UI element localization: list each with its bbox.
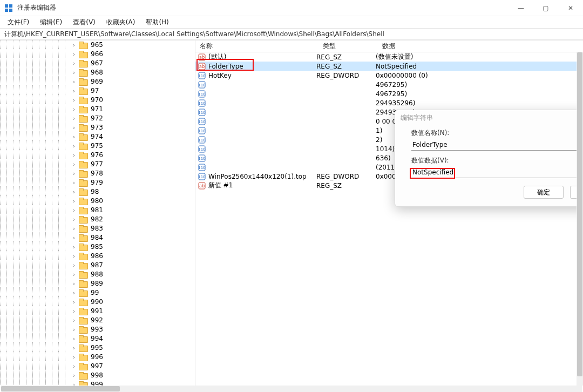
- maximize-button[interactable]: ▢: [533, 0, 558, 16]
- minimize-button[interactable]: —: [509, 0, 533, 16]
- chevron-icon[interactable]: ›: [71, 298, 77, 307]
- list-header[interactable]: 名称 类型 数据: [195, 40, 583, 52]
- chevron-icon[interactable]: ›: [71, 96, 77, 105]
- value-row[interactable]: 1104967295): [195, 89, 583, 98]
- chevron-icon[interactable]: ›: [71, 50, 77, 59]
- tree-item-label: 992: [90, 316, 104, 325]
- chevron-icon[interactable]: ›: [71, 215, 77, 224]
- col-type[interactable]: 类型: [321, 42, 380, 51]
- menu-item-0[interactable]: 文件(F): [3, 17, 33, 28]
- chevron-icon[interactable]: ›: [71, 325, 77, 334]
- chevron-icon[interactable]: ›: [71, 123, 77, 132]
- svg-text:110: 110: [198, 111, 205, 115]
- ok-button[interactable]: 确定: [524, 186, 564, 199]
- chevron-icon[interactable]: ›: [71, 362, 77, 371]
- chevron-icon[interactable]: ›: [71, 68, 77, 77]
- chevron-icon[interactable]: ›: [71, 279, 77, 288]
- folder-icon: [79, 225, 87, 232]
- menu-item-2[interactable]: 查看(V): [69, 17, 100, 28]
- svg-text:110: 110: [198, 83, 205, 87]
- chevron-icon[interactable]: ›: [71, 252, 77, 261]
- col-data[interactable]: 数据: [380, 42, 583, 51]
- chevron-icon[interactable]: ›: [71, 187, 77, 197]
- svg-text:110: 110: [198, 175, 205, 179]
- chevron-icon[interactable]: ›: [71, 206, 77, 215]
- chevron-icon[interactable]: ›: [71, 334, 77, 343]
- svg-text:110: 110: [198, 102, 205, 106]
- value-row[interactable]: abFolderTypeREG_SZNotSpecified: [195, 62, 583, 71]
- list-pane[interactable]: 名称 类型 数据 ab(默认)REG_SZ(数值未设置)abFolderType…: [195, 40, 583, 386]
- value-data: 0x00000000 (0): [376, 72, 583, 79]
- menu-item-4[interactable]: 帮助(H): [141, 17, 173, 28]
- chevron-icon[interactable]: ›: [71, 160, 77, 169]
- col-name[interactable]: 名称: [195, 42, 321, 51]
- tree-item-label: 990: [90, 298, 104, 307]
- menu-item-3[interactable]: 收藏夹(A): [102, 17, 140, 28]
- binary-value-icon: 110: [198, 163, 206, 172]
- chevron-icon[interactable]: ›: [71, 288, 77, 298]
- tree-item-label: 979: [90, 178, 104, 187]
- folder-icon: [79, 161, 87, 168]
- string-value-icon: ab: [198, 62, 206, 71]
- chevron-icon[interactable]: ›: [71, 132, 77, 141]
- chevron-icon[interactable]: ›: [71, 114, 77, 123]
- binary-value-icon: 110: [198, 117, 206, 126]
- tree-item-label: 982: [90, 215, 104, 224]
- tree-item-label: 972: [90, 114, 104, 123]
- tree-item[interactable]: ›999: [0, 380, 195, 386]
- chevron-icon[interactable]: ›: [71, 316, 77, 325]
- chevron-icon[interactable]: ›: [71, 141, 77, 151]
- chevron-icon[interactable]: ›: [71, 307, 77, 316]
- chevron-icon[interactable]: ›: [71, 380, 77, 386]
- folder-icon: [79, 188, 87, 195]
- tree-item-label: 973: [90, 123, 104, 132]
- value-data-input[interactable]: [411, 166, 583, 178]
- folder-icon: [79, 152, 87, 159]
- value-data: NotSpecified: [376, 63, 583, 70]
- close-button[interactable]: ✕: [558, 0, 583, 16]
- value-type: REG_DWORD: [316, 72, 376, 79]
- chevron-icon[interactable]: ›: [71, 151, 77, 160]
- tree-item-label: 986: [90, 252, 104, 261]
- chevron-icon[interactable]: ›: [71, 86, 77, 96]
- chevron-icon[interactable]: ›: [71, 270, 77, 279]
- titlebar: 注册表编辑器 — ▢ ✕: [0, 0, 583, 16]
- address-bar[interactable]: 计算机\HKEY_CURRENT_USER\Software\Classes\L…: [0, 28, 583, 40]
- chevron-icon[interactable]: ›: [71, 233, 77, 242]
- chevron-icon[interactable]: ›: [71, 105, 77, 114]
- horizontal-scrollbar[interactable]: [1, 386, 582, 392]
- chevron-icon[interactable]: ›: [71, 197, 77, 206]
- chevron-icon[interactable]: ›: [71, 261, 77, 270]
- tree-item-label: 997: [90, 362, 104, 371]
- string-value-icon: ab: [198, 181, 206, 190]
- chevron-icon[interactable]: ›: [71, 343, 77, 353]
- value-name-input[interactable]: [411, 139, 583, 151]
- chevron-icon[interactable]: ›: [71, 178, 77, 187]
- value-type: REG_SZ: [316, 182, 376, 190]
- folder-icon: [79, 372, 87, 379]
- menu-item-1[interactable]: 编辑(E): [36, 17, 66, 28]
- chevron-icon[interactable]: ›: [71, 371, 77, 380]
- binary-value-icon: 110: [198, 90, 206, 98]
- chevron-icon[interactable]: ›: [71, 353, 77, 362]
- folder-icon: [79, 317, 87, 324]
- chevron-icon[interactable]: ›: [71, 224, 77, 233]
- tree-pane[interactable]: ›965›966›967›968›969›97›970›971›972›973›…: [0, 40, 195, 386]
- chevron-icon[interactable]: ›: [71, 77, 77, 86]
- svg-rect-1: [9, 4, 12, 8]
- svg-text:ab: ab: [199, 184, 205, 188]
- value-row[interactable]: ab(默认)REG_SZ(数值未设置): [195, 52, 583, 62]
- value-name: FolderType: [208, 63, 243, 70]
- value-row[interactable]: 1104967295): [195, 80, 583, 89]
- value-row[interactable]: 110HotKeyREG_DWORD0x00000000 (0): [195, 71, 583, 80]
- chevron-icon[interactable]: ›: [71, 40, 77, 50]
- tree-item-label: 995: [90, 343, 104, 353]
- list-vscrollbar[interactable]: [577, 52, 583, 386]
- chevron-icon[interactable]: ›: [71, 169, 77, 178]
- folder-icon: [79, 60, 87, 67]
- value-row[interactable]: 110294935296): [195, 98, 583, 107]
- edit-string-dialog: 编辑字符串 ✕ 数值名称(N): 数值数据(V): 确定 取消: [395, 110, 583, 207]
- chevron-icon[interactable]: ›: [71, 242, 77, 252]
- chevron-icon[interactable]: ›: [71, 59, 77, 68]
- svg-text:110: 110: [198, 120, 205, 124]
